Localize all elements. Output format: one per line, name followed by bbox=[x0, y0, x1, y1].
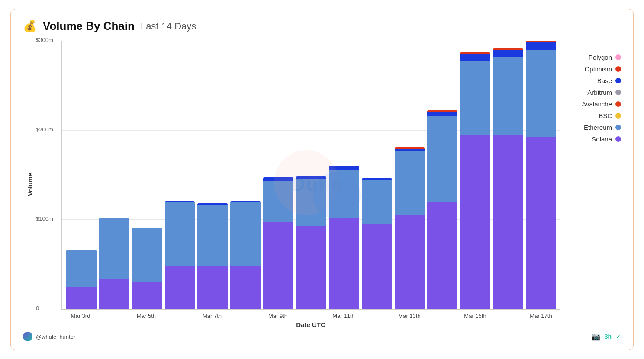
username: @whale_hunter bbox=[36, 333, 75, 340]
bar-segment-solana bbox=[362, 224, 392, 309]
x-axis-label bbox=[427, 313, 457, 319]
legend-label: Avalanche bbox=[582, 100, 612, 108]
bar-group bbox=[197, 41, 228, 309]
bar-segment-solana bbox=[526, 137, 556, 309]
legend-dot bbox=[615, 113, 621, 119]
bar-segment-solana bbox=[493, 135, 523, 309]
bar-segment-ethereum bbox=[329, 170, 359, 218]
legend-item-ethereum: Ethereum bbox=[565, 124, 621, 131]
chart-title: Volume By Chain bbox=[43, 19, 135, 33]
bar-segment-solana bbox=[132, 282, 162, 309]
bar-segment-solana bbox=[395, 215, 425, 309]
bars-container bbox=[62, 41, 560, 309]
bar-segment-solana bbox=[329, 218, 359, 309]
bar-column bbox=[526, 41, 556, 309]
bar-segment-ethereum bbox=[362, 180, 392, 224]
legend-label: Polygon bbox=[589, 54, 612, 61]
bar-segment-solana bbox=[165, 266, 195, 309]
x-axis-label: Mar 9th bbox=[263, 313, 293, 319]
x-axis-label bbox=[493, 313, 523, 319]
bar-group bbox=[263, 41, 293, 309]
bar-group bbox=[395, 41, 425, 309]
bar-column bbox=[329, 41, 359, 309]
bar-column bbox=[230, 41, 261, 309]
chart-plot: $300m $200m $100m 0 bbox=[61, 41, 560, 310]
bar-segment-ethereum bbox=[395, 151, 425, 215]
bar-segment-base bbox=[329, 166, 359, 170]
bar-column bbox=[296, 41, 326, 309]
bar-segment-solana bbox=[460, 135, 490, 309]
y-axis-label: Volume bbox=[23, 41, 35, 328]
bar-segment-base bbox=[460, 54, 490, 61]
legend-label: Solana bbox=[592, 135, 612, 143]
legend-label: Base bbox=[597, 77, 612, 84]
bar-segment-ethereum bbox=[165, 202, 195, 266]
gridline-label-300: $300m bbox=[36, 37, 53, 43]
footer: @whale_hunter 📷 3h ✓ bbox=[23, 332, 621, 341]
legend-label: Arbitrum bbox=[587, 89, 612, 96]
bar-segment-ethereum bbox=[460, 61, 490, 136]
x-axis-label bbox=[230, 313, 260, 319]
x-axis: Mar 3rdMar 5thMar 7thMar 9thMar 11thMar … bbox=[61, 313, 560, 319]
x-axis-title: Date UTC bbox=[61, 321, 560, 328]
bar-segment-base bbox=[526, 42, 556, 50]
bar-column bbox=[132, 41, 162, 309]
x-axis-label bbox=[164, 313, 194, 319]
legend-item-base: Base bbox=[565, 77, 621, 84]
bar-segment-base bbox=[493, 50, 523, 57]
bar-group bbox=[362, 41, 392, 309]
bar-group bbox=[132, 41, 162, 309]
legend-item-polygon: Polygon bbox=[565, 54, 621, 61]
bar-column bbox=[395, 41, 425, 309]
bar-group bbox=[460, 41, 490, 309]
bar-segment-solana bbox=[99, 279, 129, 309]
chart-card: 💰 Volume By Chain Last 14 Days Volume Du… bbox=[10, 9, 634, 350]
bar-segment-ethereum bbox=[230, 202, 261, 266]
bar-column bbox=[263, 41, 293, 309]
bar-segment-ethereum bbox=[296, 179, 326, 227]
bar-segment-solana bbox=[263, 222, 293, 309]
legend-label: Ethereum bbox=[584, 124, 612, 131]
footer-left: @whale_hunter bbox=[23, 332, 75, 341]
legend-dot bbox=[615, 101, 621, 107]
legend-item-optimism: Optimism bbox=[565, 65, 621, 73]
bar-group bbox=[427, 41, 457, 309]
x-axis-label: Mar 17th bbox=[526, 313, 556, 319]
bar-segment-solana bbox=[197, 266, 228, 309]
check-icon: ✓ bbox=[616, 333, 621, 340]
legend: PolygonOptimismBaseArbitrumAvalancheBSCE… bbox=[565, 41, 621, 328]
bar-segment-base bbox=[427, 112, 457, 115]
x-axis-label bbox=[296, 313, 326, 319]
bar-segment-ethereum bbox=[493, 57, 523, 136]
bar-group bbox=[329, 41, 359, 309]
bar-column bbox=[99, 41, 129, 309]
legend-dot bbox=[615, 90, 621, 95]
x-axis-label bbox=[98, 313, 129, 319]
title-emoji: 💰 bbox=[23, 19, 37, 33]
bar-column bbox=[197, 41, 228, 309]
bar-segment-ethereum bbox=[99, 218, 129, 279]
bar-group bbox=[296, 41, 326, 309]
gridline-label-0: 0 bbox=[36, 305, 39, 311]
legend-dot bbox=[615, 66, 621, 72]
bar-segment-ethereum bbox=[526, 50, 556, 137]
x-axis-label: Mar 3rd bbox=[65, 313, 96, 319]
gridline-label-100: $100m bbox=[36, 215, 53, 222]
legend-dot bbox=[615, 136, 621, 142]
bar-segment-solana bbox=[66, 287, 97, 309]
bar-group bbox=[493, 41, 523, 309]
bar-segment-base bbox=[263, 177, 293, 181]
bar-segment-ethereum bbox=[66, 250, 97, 287]
bar-segment-ethereum bbox=[263, 181, 293, 222]
camera-icon[interactable]: 📷 bbox=[591, 332, 600, 341]
bar-segment-solana bbox=[427, 202, 457, 309]
legend-item-solana: Solana bbox=[565, 135, 621, 143]
footer-right: 📷 3h ✓ bbox=[591, 332, 621, 341]
bar-segment-ethereum bbox=[197, 205, 228, 266]
legend-item-arbitrum: Arbitrum bbox=[565, 89, 621, 96]
chart-header: 💰 Volume By Chain Last 14 Days bbox=[23, 19, 621, 33]
chart-subtitle: Last 14 Days bbox=[141, 21, 196, 32]
legend-dot bbox=[615, 125, 621, 130]
bar-column bbox=[493, 41, 523, 309]
legend-item-bsc: BSC bbox=[565, 112, 621, 119]
